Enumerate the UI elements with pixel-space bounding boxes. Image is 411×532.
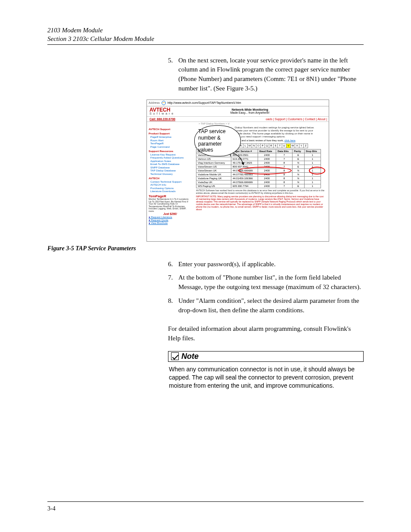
note-body: When any communication connector is not … — [168, 364, 364, 390]
address-label: Address — [149, 101, 160, 104]
table-row: VoiceStream US800.937.894124007E1 — [196, 165, 321, 168]
note-box: Note — [168, 351, 364, 362]
tagline: Network-Wide Monitoring Made Easy... fro… — [174, 108, 326, 114]
header-line-2: Section 3 2103c Cellular Modem Module — [47, 34, 364, 43]
footnote-2: IMPORTANT NOTE: Many paging service prov… — [196, 196, 324, 211]
figure-3-5: Address http://www.avtech.com/Support/TA… — [146, 100, 364, 242]
check-icon — [171, 352, 179, 360]
table-row: Vodafone Paging UK44.01459.10636624008N1 — [196, 176, 321, 180]
intro-para: Dialup Numbers and modem settings for pa… — [235, 126, 317, 138]
running-header: 2103 Modem Module Section 3 2103c Cellul… — [47, 26, 364, 45]
table-row: VodaZap UK44.07666.69969924008N1 — [196, 180, 321, 184]
table-row: VoiceStream UK44.07666.69969924008N1 — [196, 168, 321, 172]
avtech-logo-sub: S o f t w a r e — [149, 112, 174, 115]
step-text: On the next screen, locate your service … — [178, 56, 364, 93]
closing-paragraph: For detailed information about alarm pro… — [168, 324, 364, 343]
avtech-logo: AVTECH — [149, 108, 174, 112]
sidebar: AVTECH Support Product Support PageR Ent… — [147, 125, 193, 225]
note-title: Note — [181, 352, 199, 361]
breadcrumb: > TAP Dialup Numbers > V — [147, 122, 329, 125]
address-bar: Address http://www.avtech.com/Support/TA… — [147, 100, 329, 106]
table-row: WS Paging US605.330.779424007E1 — [196, 184, 321, 188]
instruction-list-a: 5. On the next screen, locate your servi… — [168, 56, 364, 93]
site-header: AVTECH S o f t w a r e Network-Wide Moni… — [147, 106, 329, 117]
header-line-1: 2103 Modem Module — [47, 26, 364, 34]
url-text: http://www.avtech.com/Support/TAP/TapNum… — [168, 101, 241, 104]
call-number: Call: 888.220.6700 — [147, 117, 189, 121]
figure-caption: Figure 3-5 TAP Service Parameters — [47, 245, 364, 252]
page-number: 3-4 — [47, 505, 56, 512]
callout-bubble: TAP service number & parameter values — [194, 125, 241, 156]
table-row: Verizon US619.296.077124007E1 — [196, 157, 321, 161]
screenshot: Address http://www.avtech.com/Support/TA… — [146, 100, 329, 242]
nav-links: oads | Support | Customers | Contact | A… — [189, 117, 329, 121]
step-number: 5. — [168, 56, 178, 93]
footnote-1: AVTECH Software has worked hard to ensur… — [196, 190, 324, 195]
nav-row: Call: 888.220.6700 oads | Support | Cust… — [147, 117, 329, 122]
table-row: Viag Interkom Germany49.179.767.34252400… — [196, 161, 321, 165]
table-row: Vodafone Mobile UK44.07785.49999324008N1 — [196, 172, 321, 176]
main-content: TAP service number & parameter values Di… — [193, 125, 329, 225]
instruction-list-b: 6. Enter your password(s), if applicable… — [168, 260, 364, 315]
footer-rule — [47, 501, 364, 502]
ie-icon — [162, 101, 166, 105]
